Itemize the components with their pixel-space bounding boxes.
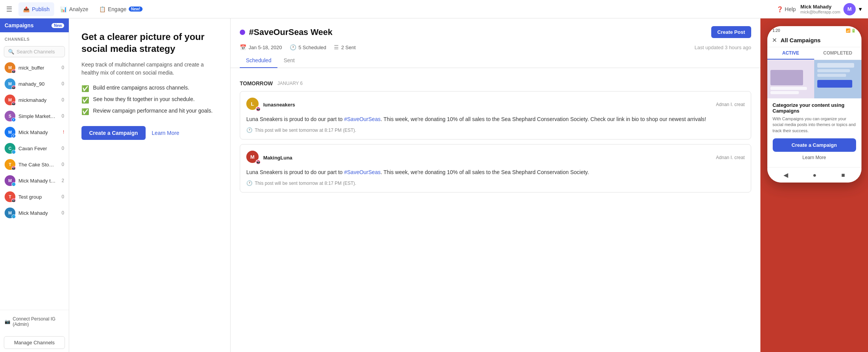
tab-scheduled[interactable]: Scheduled xyxy=(240,53,277,68)
phone-content: ✕ All Campaigns ACTIVE COMPLETED xyxy=(767,33,861,167)
help-label: Help xyxy=(785,6,796,12)
campaign-scheduled: 🕐 5 Scheduled xyxy=(290,44,326,50)
search-channels-input[interactable]: 🔍 Search Channels xyxy=(4,46,65,57)
tab-publish[interactable]: 📤 Publish xyxy=(18,2,54,16)
post-schedule-2: This post will be sent tomorrow at 8:17 … xyxy=(255,181,356,186)
tab-sent[interactable]: Sent xyxy=(277,53,301,68)
sidebar-campaigns-item[interactable]: Campaigns New xyxy=(0,18,69,32)
sidebar-item-simple_marketing[interactable]: S f Simple Marketing 0 xyxy=(0,108,69,124)
channel-count-the_cake_stop: 0 xyxy=(59,162,64,167)
manage-channels-button[interactable]: Manage Channels xyxy=(4,336,65,349)
phone-learn-more-button[interactable]: Learn More xyxy=(773,152,856,163)
campaign-title-text: #SaveOurSeas Week xyxy=(249,27,332,37)
channel-avatar-simple_marketing: S f xyxy=(5,111,15,121)
phone-create-campaign-button[interactable]: Create a Campaign xyxy=(773,138,856,152)
preview-left xyxy=(767,60,815,98)
post-schedule-1: This post will be sent tomorrow at 8:17 … xyxy=(255,128,356,133)
channel-name-simple_marketing: Simple Marketing xyxy=(18,113,56,119)
nav-right: ❓ Help Mick Mahady mick@bufferapp.com M … xyxy=(777,3,862,15)
help-icon: ❓ xyxy=(777,6,783,12)
post-hashtag-link-1[interactable]: #SaveOurSeas xyxy=(344,116,381,122)
channel-platform-dot-mahady_90: 📷 xyxy=(12,85,16,90)
connect-ig-label: Connect Personal IG (Admin) xyxy=(13,316,64,327)
list-icon: ☰ xyxy=(334,44,339,50)
channel-platform-dot-mick_buffer: 📷 xyxy=(12,69,16,73)
sidebar-item-test_group[interactable]: T 📷 Test group 0 xyxy=(0,189,69,205)
campaign-title: #SaveOurSeas Week xyxy=(240,27,332,37)
phone-header: ✕ All Campaigns xyxy=(767,33,861,47)
channel-name-mick_mahady2: Mick Mahady xyxy=(18,210,56,216)
phone-close-button[interactable]: ✕ xyxy=(772,37,777,44)
feature-item-2: ✅ See how they fit together in your sche… xyxy=(81,96,218,104)
tab-analyze[interactable]: 📊 Analyze xyxy=(56,2,93,16)
phone-tab-active-label: ACTIVE xyxy=(782,50,799,56)
phone-recent-button[interactable]: ■ xyxy=(841,172,845,179)
channel-name-mahady_90: mahady_90 xyxy=(18,81,56,87)
feature-label-3: Review campaign performance and hit your… xyxy=(93,108,212,114)
post-hashtag-link-2[interactable]: #SaveOurSeas xyxy=(344,169,381,175)
phone-back-button[interactable]: ◀ xyxy=(783,171,788,179)
feature-label-1: Build entire campaigns across channels. xyxy=(93,85,189,91)
day-date: JANUARY 6 xyxy=(277,81,303,86)
post-avatar-2: M 📷 xyxy=(246,151,260,164)
user-menu[interactable]: Mick Mahady mick@bufferapp.com M ▾ xyxy=(800,3,862,15)
campaign-date: 📅 Jan 5-18, 2020 xyxy=(240,44,282,50)
phone-tabs: ACTIVE COMPLETED xyxy=(767,47,861,60)
campaign-title-row: #SaveOurSeas Week Create Post xyxy=(240,26,751,38)
sidebar: Campaigns New Channels 🔍 Search Channels… xyxy=(0,18,69,352)
campaign-sent-text: 2 Sent xyxy=(341,45,356,50)
connect-ig-button[interactable]: 📷 Connect Personal IG (Admin) xyxy=(5,314,64,329)
menu-icon[interactable]: ☰ xyxy=(6,5,12,13)
create-campaign-button[interactable]: Create a Campaign xyxy=(81,126,146,140)
sidebar-item-mick_buffer[interactable]: M 📷 mick_buffer 0 xyxy=(0,60,69,76)
sidebar-item-mickmahady[interactable]: M 📷 mickmahady 0 xyxy=(0,92,69,108)
create-post-button[interactable]: Create Post xyxy=(711,26,751,38)
post-card-2: M 📷 MakingLuna Adnan I. creat Luna Sneak… xyxy=(240,144,751,193)
tab-publish-label: Publish xyxy=(32,6,50,12)
chevron-down-icon: ▾ xyxy=(859,5,862,13)
sidebar-item-mick_mahady2[interactable]: M 🐦 Mick Mahady 0 xyxy=(0,205,69,221)
channels-section-title: Channels xyxy=(0,32,69,44)
content-area: Get a clearer picture of your social med… xyxy=(69,18,868,352)
post-card-1-header: L 📷 lunasneakers Adnan I. creat xyxy=(246,98,745,111)
post-body-text-1a: Luna Sneakers is proud to do our part to xyxy=(246,116,344,122)
check-icon-1: ✅ xyxy=(81,85,89,92)
phone-tab-active[interactable]: ACTIVE xyxy=(767,47,815,60)
channel-avatar-mick_mahady2: M 🐦 xyxy=(5,208,15,218)
post-card-2-header: M 📷 MakingLuna Adnan I. creat xyxy=(246,151,745,164)
tab-engage[interactable]: 📋 Engage New! xyxy=(95,2,147,16)
sidebar-item-the_cake_stop[interactable]: T 📷 The Cake Stop.ie 0 xyxy=(0,156,69,173)
post-credit-1: Adnan I. creat xyxy=(716,102,745,107)
channel-platform-dot-mick_mahady2: 🐦 xyxy=(12,214,16,219)
phone-categorize-body: With Campaigns you can organize your soc… xyxy=(773,116,856,134)
phone-tab-completed-label: COMPLETED xyxy=(823,50,852,56)
tab-analyze-label: Analyze xyxy=(69,6,88,12)
engage-badge: New! xyxy=(129,7,143,12)
user-text: Mick Mahady mick@bufferapp.com xyxy=(800,4,840,14)
channel-platform-dot-mick_test: 🐦 xyxy=(12,182,16,186)
learn-more-button[interactable]: Learn More xyxy=(152,130,179,136)
channel-name-mick_test: Mick Mahady test xyxy=(18,178,56,184)
phone-home-button[interactable]: ● xyxy=(813,172,817,179)
channel-avatar-mahady_90: M 📷 xyxy=(5,78,15,89)
feature-label-2: See how they fit together in your schedu… xyxy=(93,96,195,102)
post-body-text-1b: . This week, we're donating 10% of all s… xyxy=(380,116,706,122)
post-author-name-1: lunasneakers xyxy=(263,102,295,108)
phone-nav-bar: ◀ ● ■ xyxy=(767,167,861,183)
sidebar-item-mick_test[interactable]: M 🐦 Mick Mahady test 2 xyxy=(0,173,69,189)
help-button[interactable]: ❓ Help xyxy=(777,6,796,12)
phone-categorize-heading: Categorize your content using Campaigns xyxy=(773,102,856,114)
sidebar-item-mahady_90[interactable]: M 📷 mahady_90 0 xyxy=(0,76,69,92)
post-credit-2: Adnan I. creat xyxy=(716,155,745,160)
channel-count-simple_marketing: 0 xyxy=(59,113,64,119)
sidebar-item-mick_mahady[interactable]: M f Mick Mahady ! xyxy=(0,124,69,140)
post-author-2: M 📷 MakingLuna xyxy=(246,151,292,164)
feature-item-1: ✅ Build entire campaigns across channels… xyxy=(81,85,218,92)
main-layout: Campaigns New Channels 🔍 Search Channels… xyxy=(0,18,868,352)
phone-panel: 1:20 📶 🔋 ✕ All Campaigns ACTIVE COMPLETE… xyxy=(760,18,868,352)
channel-platform-dot-mick_mahady: f xyxy=(12,134,16,138)
sidebar-item-cavan_fever[interactable]: C 🐦 Cavan Fever 0 xyxy=(0,140,69,156)
phone-frame: 1:20 📶 🔋 ✕ All Campaigns ACTIVE COMPLETE… xyxy=(767,26,861,183)
channel-platform-dot-test_group: 📷 xyxy=(12,198,16,203)
phone-tab-completed[interactable]: COMPLETED xyxy=(814,47,861,60)
